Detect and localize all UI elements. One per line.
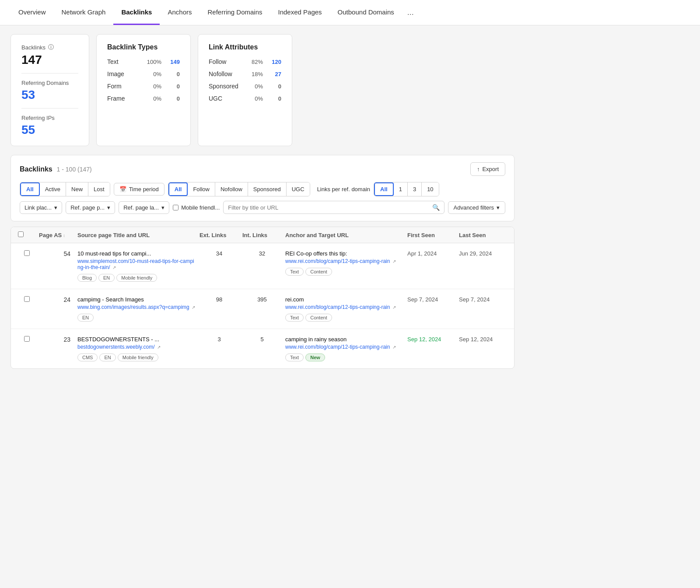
backlinks-value: 147 — [21, 53, 78, 67]
export-label: Export — [482, 166, 499, 172]
source-title: 10 must-read tips for campi... — [77, 250, 196, 257]
links-per-ref-label: Links per ref. domain — [317, 186, 370, 192]
link-attributes-rows: Follow 82% 120 Nofollow 18% 27 Sponsored… — [209, 58, 281, 102]
advanced-filters-label: Advanced filters — [454, 204, 494, 211]
bar-row-frame: Frame 0% 0 — [107, 95, 180, 102]
follow-btn-ugc[interactable]: UGC — [287, 182, 310, 196]
status-btn-new[interactable]: New — [66, 182, 88, 196]
follow-btn-follow[interactable]: Follow — [188, 182, 215, 196]
nav-item-overview[interactable]: Overview — [10, 0, 54, 25]
nav-item-outbound-domains[interactable]: Outbound Domains — [330, 0, 402, 25]
bar-pct-sponsored: 0% — [245, 83, 263, 90]
search-icon: 🔍 — [432, 204, 440, 211]
table-header: Page AS Source page Title and URL Ext. L… — [11, 227, 514, 243]
source-url-link[interactable]: www.simplemost.com/10-must-read-tips-for… — [77, 258, 194, 270]
external-link-icon: ↗ — [112, 265, 116, 270]
link-place-dropdown[interactable]: Link plac... ▾ — [20, 201, 62, 214]
col-page-as-header[interactable]: Page AS — [39, 232, 74, 238]
source-title: BESTDOGOWNERSTENTS - ... — [77, 336, 196, 343]
mobile-friendly-checkbox-label[interactable]: Mobile friendl... — [173, 204, 220, 211]
links-per-ref-btn-10[interactable]: 10 — [422, 182, 438, 196]
follow-btn-nofollow[interactable]: Nofollow — [215, 182, 248, 196]
anchor-tags: TextNew — [285, 353, 404, 361]
calendar-icon: 📅 — [119, 186, 126, 192]
col-source-header: Source page Title and URL — [77, 232, 196, 238]
external-link-icon-2: ↗ — [392, 345, 396, 350]
source-url[interactable]: www.simplemost.com/10-must-read-tips-for… — [77, 258, 196, 270]
anchor-url-link[interactable]: www.rei.com/blog/camp/12-tips-camping-ra… — [285, 304, 390, 310]
bar-pct-text: 100% — [144, 59, 161, 65]
anchor-url[interactable]: www.rei.com/blog/camp/12-tips-camping-ra… — [285, 258, 404, 264]
follow-btn-sponsored[interactable]: Sponsored — [248, 182, 287, 196]
row-checkbox[interactable] — [24, 296, 30, 302]
anchor-text: camping in rainy season — [285, 336, 404, 343]
status-btn-all[interactable]: All — [20, 182, 40, 196]
row-checkbox[interactable] — [24, 336, 30, 342]
search-input[interactable] — [228, 204, 429, 211]
anchor-tag: New — [305, 354, 325, 361]
source-tags: CMSENMobile friendly — [77, 353, 196, 361]
first-seen-date: Sep 12, 2024 — [407, 336, 455, 343]
bar-row-follow: Follow 82% 120 — [209, 58, 281, 65]
links-per-ref-btn-3[interactable]: 3 — [408, 182, 422, 196]
nav-item-indexed-pages[interactable]: Indexed Pages — [270, 0, 330, 25]
nav-more-button[interactable]: ... — [402, 0, 419, 25]
nav-item-network-graph[interactable]: Network Graph — [54, 0, 114, 25]
source-url[interactable]: www.bing.com/images/results.aspx?q=campi… — [77, 304, 196, 310]
last-seen-date: Jun 29, 2024 — [459, 250, 507, 257]
source-tags: EN — [77, 313, 196, 322]
mobile-friendly-label: Mobile friendl... — [181, 204, 220, 211]
bar-label-sponsored: Sponsored — [209, 83, 235, 90]
row-checkbox[interactable] — [24, 250, 30, 256]
source-url[interactable]: bestdogownerstents.weebly.com/ ↗ — [77, 344, 196, 350]
source-cell: BESTDOGOWNERSTENTS - ... bestdogownerste… — [77, 336, 196, 361]
ref-page-la-dropdown[interactable]: Ref. page la... ▾ — [119, 201, 169, 214]
nav-item-anchors[interactable]: Anchors — [160, 0, 200, 25]
link-attributes-card: Link Attributes Follow 82% 120 Nofollow … — [198, 34, 292, 146]
filter-row-1: AllActiveNewLost 📅 Time period AllFollow… — [20, 182, 505, 196]
status-btn-lost[interactable]: Lost — [88, 182, 110, 196]
tag: Blog — [77, 274, 97, 282]
info-icon[interactable]: ⓘ — [48, 43, 54, 51]
section-range: 1 - 100 (147) — [57, 166, 92, 173]
section-title-row: Backlinks 1 - 100 (147) ↑ Export — [20, 162, 505, 176]
tag: EN — [99, 354, 116, 361]
tag: CMS — [77, 354, 98, 361]
bar-row-form: Form 0% 0 — [107, 83, 180, 90]
bar-row-text: Text 100% 149 — [107, 58, 180, 65]
backlinks-table: Page AS Source page Title and URL Ext. L… — [10, 227, 514, 369]
anchor-url[interactable]: www.rei.com/blog/camp/12-tips-camping-ra… — [285, 304, 404, 310]
mobile-friendly-checkbox[interactable] — [173, 205, 178, 210]
anchor-tag: Content — [305, 268, 332, 276]
bar-pct-follow: 82% — [245, 59, 263, 65]
anchor-url-link[interactable]: www.rei.com/blog/camp/12-tips-camping-ra… — [285, 344, 390, 350]
chevron-down-icon: ▾ — [54, 204, 57, 211]
status-btn-active[interactable]: Active — [40, 182, 66, 196]
follow-btn-all[interactable]: All — [168, 182, 188, 196]
anchor-tags: TextContent — [285, 267, 404, 276]
source-url-link[interactable]: bestdogownerstents.weebly.com/ — [77, 344, 155, 350]
anchor-url[interactable]: www.rei.com/blog/camp/12-tips-camping-ra… — [285, 344, 404, 350]
last-seen-date: Sep 12, 2024 — [459, 336, 507, 343]
nav-item-backlinks[interactable]: Backlinks — [113, 0, 160, 25]
source-url-link[interactable]: www.bing.com/images/results.aspx?q=campi… — [77, 304, 189, 310]
advanced-filters-button[interactable]: Advanced filters ▾ — [448, 201, 506, 214]
follow-filter-group: AllFollowNofollowSponsoredUGC — [168, 182, 310, 196]
main-content: Backlinks ⓘ 147 Referring Domains 53 Ref… — [0, 25, 525, 378]
external-link-icon-2: ↗ — [392, 305, 396, 310]
time-period-button[interactable]: 📅 Time period — [114, 183, 164, 196]
backlink-types-card: Backlink Types Text 100% 149 Image 0% 0 … — [96, 34, 191, 146]
links-per-ref-btn-all[interactable]: All — [374, 182, 394, 196]
anchor-url-link[interactable]: www.rei.com/blog/camp/12-tips-camping-ra… — [285, 258, 390, 264]
export-button[interactable]: ↑ Export — [470, 162, 505, 176]
links-per-ref-btn-1[interactable]: 1 — [394, 182, 408, 196]
tag: EN — [77, 314, 94, 322]
nav-item-referring-domains[interactable]: Referring Domains — [200, 0, 270, 25]
search-box[interactable]: 🔍 — [223, 201, 444, 214]
ref-page-p-dropdown[interactable]: Ref. page p... ▾ — [66, 201, 115, 214]
select-all-checkbox[interactable] — [18, 231, 24, 237]
col-int-links-header: Int. Links — [242, 232, 282, 238]
bar-count-ugc: 0 — [268, 95, 281, 102]
bar-count-text: 149 — [167, 59, 180, 65]
ref-page-la-label: Ref. page la... — [123, 204, 159, 211]
